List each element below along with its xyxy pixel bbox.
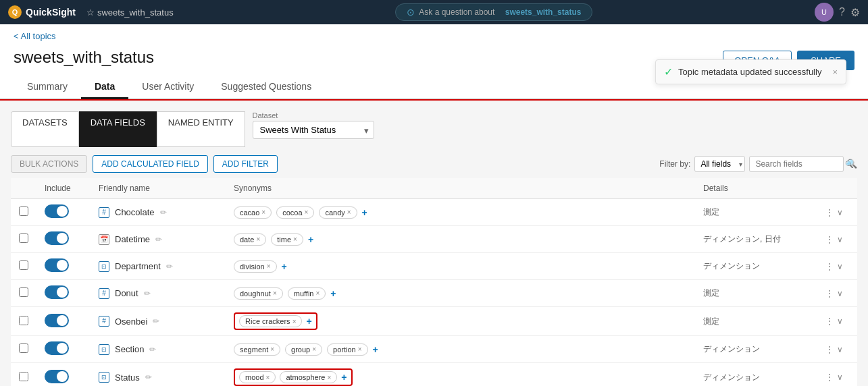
synonym-label: group [291,346,310,354]
row-expand-icon[interactable]: ∨ [837,262,843,271]
row-expand-icon[interactable]: ∨ [837,208,843,217]
field-details: 測定 [703,288,719,298]
field-details: 測定 [703,207,719,217]
edit-name-icon[interactable]: ✏ [149,345,156,354]
remove-synonym-icon[interactable]: × [312,346,316,353]
synonym-tag: date× [234,233,266,246]
user-avatar[interactable]: U [815,3,834,22]
field-friendly-name: Section [115,344,144,354]
row-more-icon[interactable]: ⋮ [825,344,834,355]
row-actions: ⋮ ∨ [825,288,849,299]
sub-tab-data-fields[interactable]: DATA FIELDS [79,111,157,147]
row-expand-icon[interactable]: ∨ [837,373,843,382]
include-toggle[interactable] [45,258,69,272]
remove-synonym-icon[interactable]: × [273,290,277,297]
add-filter-button[interactable]: ADD FILTER [213,155,278,173]
header-actions [817,178,857,199]
tab-user-activity[interactable]: User Activity [128,76,207,99]
notification-close[interactable]: × [832,67,838,77]
row-more-icon[interactable]: ⋮ [825,234,834,245]
remove-synonym-icon[interactable]: × [327,374,331,381]
synonym-tag: division× [234,260,277,273]
dataset-selector: Dataset Sweets With Status [253,111,374,139]
add-synonym-button[interactable]: + [373,344,378,355]
table-row: # Osenbei ✏ Rice crackers×+測定 ⋮ ∨ [11,307,857,336]
remove-synonym-icon[interactable]: × [305,209,309,216]
settings-icon[interactable]: ⚙ [850,6,860,19]
add-synonym-button[interactable]: + [306,316,311,327]
row-more-icon[interactable]: ⋮ [825,316,834,327]
remove-synonym-icon[interactable]: × [267,263,271,270]
row-expand-icon[interactable]: ∨ [837,316,843,326]
table-row: # Chocolate ✏ cacao×cocoa×candy×+測定 ⋮ ∨ [11,199,857,226]
add-synonym-button[interactable]: + [362,207,367,218]
add-calculated-field-button[interactable]: ADD CALCULATED FIELD [93,155,207,173]
edit-name-icon[interactable]: ✏ [166,262,173,271]
bulk-actions-button[interactable]: BULK ACTIONS [11,155,87,173]
row-checkbox[interactable] [19,233,28,243]
toolbar-right: Filter by: All fields 🔍 [659,156,857,172]
row-more-icon[interactable]: ⋮ [825,372,834,383]
row-more-icon[interactable]: ⋮ [825,261,834,272]
breadcrumb[interactable]: All topics [0,24,868,44]
remove-synonym-icon[interactable]: × [347,209,351,216]
add-synonym-button[interactable]: + [282,261,287,272]
synonym-label: candy [325,209,344,217]
tab-suggested-questions[interactable]: Suggested Questions [207,76,325,99]
topbar-center: ⊙ Ask a question about sweets_with_statu… [184,3,804,21]
row-more-icon[interactable]: ⋮ [825,288,834,299]
include-toggle[interactable] [45,204,69,218]
edit-name-icon[interactable]: ✏ [144,289,151,298]
dataset-select[interactable]: Sweets With Status [253,121,374,139]
topbar-tab[interactable]: ☆ sweets_with_status [86,7,174,18]
row-checkbox[interactable] [19,287,28,297]
add-synonym-button[interactable]: + [308,234,313,245]
field-friendly-name: Department [115,261,161,271]
sub-tab-named-entity[interactable]: NAMED ENTITY [157,111,245,147]
add-synonym-button[interactable]: + [330,288,336,299]
include-toggle[interactable] [45,314,69,327]
include-toggle[interactable] [45,341,69,355]
edit-name-icon[interactable]: ✏ [153,316,159,326]
row-expand-icon[interactable]: ∨ [837,345,843,354]
row-checkbox[interactable] [19,316,28,325]
include-toggle[interactable] [45,370,69,383]
row-checkbox[interactable] [19,206,28,216]
add-synonym-button[interactable]: + [341,372,347,383]
row-expand-icon[interactable]: ∨ [837,289,843,298]
tab-data[interactable]: Data [81,76,128,99]
remove-synonym-icon[interactable]: × [261,209,265,216]
edit-name-icon[interactable]: ✏ [160,208,167,217]
help-icon[interactable]: ? [839,6,845,18]
sub-tab-datasets[interactable]: DATASETS [11,111,79,147]
remove-synonym-icon[interactable]: × [266,374,270,381]
edit-name-icon[interactable]: ✏ [155,235,162,244]
row-more-icon[interactable]: ⋮ [825,207,834,218]
field-friendly-name: Datetime [115,234,150,244]
remove-synonym-icon[interactable]: × [293,236,297,243]
synonym-cell: cacao×cocoa×candy×+ [234,206,687,219]
row-checkbox[interactable] [19,343,28,353]
field-type-icon: # [99,288,109,299]
remove-synonym-icon[interactable]: × [270,346,274,353]
include-toggle[interactable] [45,285,69,299]
toolbar: BULK ACTIONS ADD CALCULATED FIELD ADD FI… [11,155,857,173]
filter-select[interactable]: All fields [694,156,745,172]
synonym-label: Rice crackers [245,317,290,325]
ask-question-bar[interactable]: ⊙ Ask a question about sweets_with_statu… [395,3,592,21]
search-fields-input[interactable] [749,156,844,172]
remove-synonym-icon[interactable]: × [292,318,297,325]
field-details: ディメンション [703,344,760,354]
field-friendly-name: Osenbei [115,316,147,327]
include-toggle[interactable] [45,231,69,245]
edit-name-icon[interactable]: ✏ [145,373,152,382]
remove-synonym-icon[interactable]: × [316,290,320,297]
dataset-label: Dataset [253,111,374,119]
row-expand-icon[interactable]: ∨ [837,235,843,244]
row-checkbox[interactable] [19,260,28,270]
sub-tabs: DATASETS DATA FIELDS NAMED ENTITY Datase… [11,111,857,147]
tab-summary[interactable]: Summary [14,76,81,99]
row-checkbox[interactable] [19,372,28,381]
remove-synonym-icon[interactable]: × [256,236,260,243]
remove-synonym-icon[interactable]: × [358,346,362,353]
